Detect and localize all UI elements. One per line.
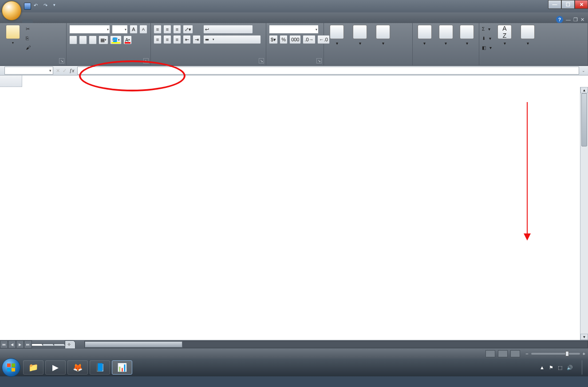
wrap-text-button[interactable]: ↩ [203, 25, 253, 34]
sheet-tab-hoja2[interactable] [43, 344, 54, 346]
sheet-nav-first-icon[interactable]: ⏮ [0, 340, 8, 348]
scroll-thumb[interactable] [581, 93, 587, 146]
sheet-tab-hoja3[interactable] [54, 344, 65, 346]
firefox-taskbar-icon[interactable]: 🦊 [67, 360, 88, 375]
percent-button[interactable]: % [280, 35, 288, 44]
orientation-button[interactable]: ⤢▾ [183, 25, 193, 34]
tab-insertar[interactable] [33, 20, 43, 23]
minimize-button[interactable]: — [548, 0, 561, 9]
show-desktop-button[interactable] [582, 360, 586, 375]
save-icon[interactable] [24, 3, 31, 10]
dialog-launcher-icon[interactable]: ↘ [143, 58, 149, 63]
format-table-button[interactable]: ▾ [350, 25, 370, 46]
increase-decimal-button[interactable]: .0→ [303, 35, 315, 44]
bold-button[interactable] [69, 36, 77, 44]
number-format-selector[interactable] [269, 25, 319, 34]
maximize-button[interactable]: ☐ [561, 0, 575, 9]
page-break-view-button[interactable] [510, 350, 520, 357]
redo-icon[interactable]: ↷ [43, 3, 51, 10]
new-sheet-button[interactable]: ✧ [65, 340, 75, 348]
horizontal-scrollbar[interactable] [84, 341, 588, 348]
align-middle-button[interactable]: ≡ [163, 25, 171, 34]
find-select-button[interactable]: ▾ [517, 25, 538, 46]
tab-vista[interactable] [86, 20, 97, 23]
normal-view-button[interactable] [485, 350, 495, 357]
tab-inicio[interactable] [22, 20, 33, 23]
conditional-format-button[interactable]: ▾ [327, 25, 347, 46]
dialog-launcher-icon[interactable]: ↘ [316, 58, 322, 63]
mdi-minimize-icon[interactable]: — [566, 17, 571, 22]
help-icon[interactable]: ? [556, 16, 563, 23]
select-all-corner[interactable] [0, 75, 22, 87]
fill-button[interactable]: ⬇▾ [482, 34, 492, 42]
close-button[interactable]: ✕ [575, 0, 588, 9]
increase-indent-button[interactable]: ⇥ [193, 35, 201, 44]
font-selector[interactable] [69, 25, 110, 34]
flag-icon[interactable]: ⚑ [549, 365, 553, 371]
underline-button[interactable] [89, 36, 97, 44]
cut-button[interactable]: ✂ [26, 25, 32, 33]
dialog-launcher-icon[interactable]: ↘ [259, 58, 264, 63]
enter-formula-icon[interactable]: ✓ [63, 68, 67, 74]
align-right-button[interactable]: ≡ [173, 35, 181, 44]
sheet-nav-last-icon[interactable]: ⏭ [24, 340, 32, 348]
fill-color-button[interactable]: 🪣▾ [110, 36, 122, 44]
qat-more-icon[interactable]: ▾ [53, 3, 60, 10]
align-left-button[interactable]: ≡ [154, 35, 162, 44]
font-size-selector[interactable] [112, 25, 128, 34]
merge-center-button[interactable]: ⬌▾ [203, 35, 261, 44]
sheet-nav-next-icon[interactable]: ▶ [16, 340, 24, 348]
mdi-restore-icon[interactable]: ❐ [573, 17, 578, 23]
tab-datos[interactable] [65, 20, 75, 23]
network-icon[interactable]: ⬚ [558, 365, 562, 371]
align-top-button[interactable]: ≡ [154, 25, 162, 34]
dialog-launcher-icon[interactable]: ↘ [59, 58, 64, 63]
format-cells-button[interactable]: ▾ [458, 25, 476, 46]
currency-button[interactable]: $▾ [269, 35, 278, 44]
excel-taskbar-icon[interactable]: 📊 [112, 360, 132, 375]
tab-diseno[interactable] [43, 20, 54, 23]
undo-icon[interactable]: ↶ [34, 3, 41, 10]
scroll-up-icon[interactable]: ▲ [580, 87, 588, 93]
page-layout-view-button[interactable] [498, 350, 508, 357]
cancel-formula-icon[interactable]: ✕ [56, 68, 60, 74]
volume-icon[interactable]: 🔊 [567, 365, 573, 371]
reader-taskbar-icon[interactable]: 📘 [90, 360, 110, 375]
borders-button[interactable]: ▦▾ [99, 36, 108, 44]
sheet-nav-prev-icon[interactable]: ◀ [8, 340, 16, 348]
vertical-scrollbar[interactable]: ▲ ▼ [580, 87, 588, 340]
clear-button[interactable]: ◧▾ [482, 43, 492, 51]
tab-revisar[interactable] [75, 20, 86, 23]
sheet-tab-hoja1[interactable] [32, 344, 43, 346]
grow-font-button[interactable]: A [130, 25, 138, 34]
zoom-out-button[interactable]: − [525, 351, 528, 356]
insert-cells-button[interactable]: ▾ [415, 25, 434, 46]
sort-filter-button[interactable]: AZ▾ [494, 25, 515, 46]
name-box[interactable] [4, 67, 53, 75]
show-hidden-icons[interactable]: ▲ [540, 365, 545, 370]
media-player-taskbar-icon[interactable]: ▶ [45, 360, 66, 375]
start-button[interactable] [2, 358, 20, 377]
mdi-close-icon[interactable]: ✕ [580, 17, 584, 23]
cell-styles-button[interactable]: ▾ [373, 25, 393, 46]
comma-button[interactable]: 000 [289, 35, 301, 44]
italic-button[interactable] [79, 36, 87, 44]
align-center-button[interactable]: ≡ [163, 35, 171, 44]
copy-button[interactable]: ⎘ [26, 34, 32, 42]
zoom-in-button[interactable]: + [583, 351, 585, 356]
scroll-down-icon[interactable]: ▼ [580, 334, 588, 340]
decrease-indent-button[interactable]: ⇤ [183, 35, 191, 44]
formula-input[interactable] [77, 67, 579, 75]
delete-cells-button[interactable]: ▾ [437, 25, 455, 46]
explorer-taskbar-icon[interactable]: 📁 [23, 360, 43, 375]
hscroll-thumb[interactable] [85, 341, 182, 348]
paste-button[interactable]: ▾ [3, 25, 23, 45]
shrink-font-button[interactable]: A [139, 25, 147, 34]
zoom-slider[interactable] [531, 353, 580, 355]
fx-icon[interactable]: ƒx [69, 68, 75, 73]
align-bottom-button[interactable]: ≡ [173, 25, 181, 34]
expand-formula-bar-icon[interactable]: ⌄ [579, 68, 588, 73]
office-button[interactable] [2, 1, 21, 20]
format-painter-button[interactable]: 🖌 [26, 43, 32, 51]
tab-formulas[interactable] [54, 20, 65, 23]
